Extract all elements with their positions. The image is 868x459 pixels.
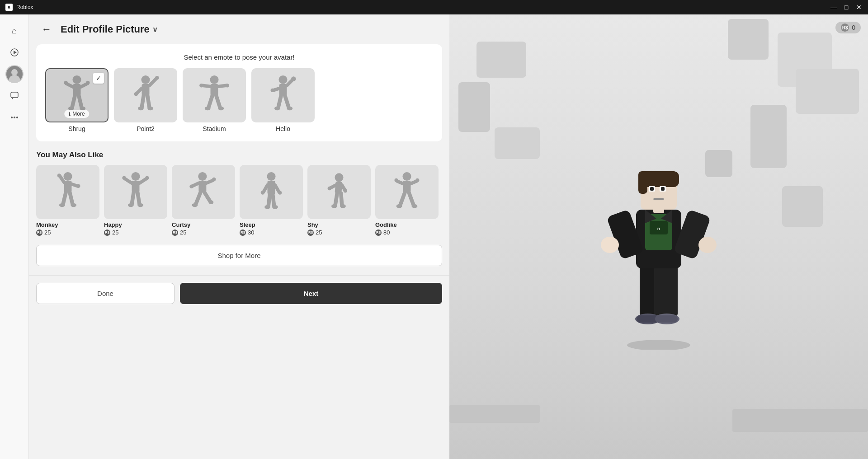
sidebar-item-chat[interactable] <box>5 87 24 105</box>
sidebar-item-play[interactable] <box>5 43 24 61</box>
svg-point-3 <box>11 69 18 75</box>
title-bar: R Roblox — □ ✕ <box>0 0 868 14</box>
svg-line-11 <box>66 84 73 87</box>
svg-line-96 <box>341 193 342 205</box>
sleep-silhouette <box>255 172 287 212</box>
svg-line-102 <box>410 181 416 183</box>
also-like-thumbnail-sleep[interactable] <box>240 165 303 219</box>
also-like-card-monkey[interactable]: Monkey R$ 25 <box>36 165 99 236</box>
svg-point-68 <box>137 203 143 207</box>
footer-buttons: Done Next <box>29 275 449 311</box>
svg-line-26 <box>147 96 149 108</box>
svg-point-107 <box>396 204 402 208</box>
emote-card-stadium[interactable]: Stadium <box>183 68 246 132</box>
done-button[interactable]: Done <box>36 283 175 304</box>
stadium-silhouette <box>198 75 230 116</box>
emote-card-point2[interactable]: Point2 <box>114 68 177 132</box>
svg-point-83 <box>261 191 264 194</box>
also-like-price-godlike: R$ 80 <box>375 229 439 236</box>
svg-line-25 <box>142 96 144 108</box>
sidebar-item-home[interactable]: ⌂ <box>5 22 24 40</box>
svg-point-57 <box>59 203 65 207</box>
svg-rect-80 <box>268 181 275 194</box>
bg-block <box>796 69 859 114</box>
emote-thumbnail-stadium[interactable] <box>183 68 246 122</box>
sidebar-item-more[interactable] <box>5 108 24 126</box>
svg-line-55 <box>63 192 66 204</box>
also-like-card-godlike[interactable]: Godlike R$ 80 <box>375 165 439 236</box>
svg-line-15 <box>72 96 75 108</box>
svg-point-59 <box>131 172 140 181</box>
svg-line-21 <box>149 79 156 85</box>
also-like-thumbnail-happy[interactable] <box>104 165 167 219</box>
back-button[interactable]: ← <box>40 22 53 37</box>
svg-line-81 <box>264 185 267 192</box>
svg-line-106 <box>409 192 414 206</box>
svg-point-109 <box>627 340 690 350</box>
title-bar-left: R Roblox <box>5 4 33 11</box>
bg-block <box>728 19 769 60</box>
svg-line-51 <box>60 177 64 183</box>
svg-line-62 <box>139 179 146 183</box>
emote-grid: ✓ ℹ More Shrug <box>45 68 433 132</box>
svg-line-82 <box>275 185 278 192</box>
also-like-thumbnail-shy[interactable] <box>307 165 371 219</box>
happy-silhouette <box>120 172 151 212</box>
svg-point-14 <box>86 81 90 84</box>
godlike-silhouette <box>391 172 423 212</box>
also-like-label-monkey: Monkey <box>36 221 99 228</box>
avatar-character: R <box>586 124 731 350</box>
app-layout: ⌂ ← <box>0 14 868 459</box>
also-like-card-shy[interactable]: Shy R$ 25 <box>307 165 371 236</box>
next-button[interactable]: Next <box>180 283 442 304</box>
sidebar-item-avatar[interactable] <box>5 65 24 83</box>
svg-rect-130 <box>650 187 654 191</box>
svg-rect-132 <box>653 198 664 200</box>
shop-for-more-button[interactable]: Shop for More <box>36 245 442 266</box>
svg-rect-127 <box>638 171 647 194</box>
maximize-button[interactable]: □ <box>843 4 850 11</box>
also-like-thumbnail-curtsy[interactable] <box>172 165 235 219</box>
also-like-card-curtsy[interactable]: Curtsy R$ 25 <box>172 165 235 236</box>
svg-point-24 <box>134 92 138 96</box>
svg-point-29 <box>210 75 218 84</box>
bg-block <box>782 186 823 227</box>
robux-icon-godlike: R$ <box>375 230 382 236</box>
emote-thumbnail-shrug[interactable]: ✓ ℹ More <box>45 68 108 122</box>
also-like-grid: Monkey R$ 25 <box>36 165 442 236</box>
minimize-button[interactable]: — <box>830 4 837 11</box>
also-like-price-curtsy: R$ 25 <box>172 229 235 236</box>
emote-label-hello: Hello <box>276 125 290 132</box>
also-like-card-sleep[interactable]: Sleep R$ 30 <box>240 165 303 236</box>
also-like-price-happy: R$ 25 <box>104 229 167 236</box>
robux-icon-sleep: R$ <box>240 230 246 236</box>
svg-line-35 <box>208 96 212 108</box>
svg-point-79 <box>267 172 275 181</box>
also-like-label-godlike: Godlike <box>375 221 439 228</box>
svg-point-84 <box>278 191 282 194</box>
svg-point-52 <box>57 173 61 177</box>
shy-silhouette <box>323 172 355 212</box>
more-badge[interactable]: ℹ More <box>64 110 89 118</box>
main-content: ← Edit Profile Picture ∨ Select an emote… <box>29 14 868 459</box>
also-like-label-shy: Shy <box>307 221 371 228</box>
svg-line-45 <box>278 96 281 108</box>
emote-card-shrug[interactable]: ✓ ℹ More Shrug <box>45 68 108 132</box>
emote-card-hello[interactable]: Hello <box>251 68 315 132</box>
also-like-thumbnail-godlike[interactable] <box>375 165 439 219</box>
svg-point-42 <box>291 76 296 81</box>
svg-point-22 <box>155 76 159 80</box>
also-like-thumbnail-monkey[interactable] <box>36 165 99 219</box>
svg-line-66 <box>137 192 139 204</box>
svg-point-64 <box>145 176 149 180</box>
svg-line-16 <box>79 96 81 108</box>
also-like-card-happy[interactable]: Happy R$ 25 <box>104 165 167 236</box>
svg-point-121 <box>601 237 619 253</box>
dropdown-arrow-icon[interactable]: ∨ <box>152 25 158 34</box>
robux-balance: 0 <box>852 24 855 31</box>
emote-thumbnail-point2[interactable] <box>114 68 177 122</box>
close-button[interactable]: ✕ <box>855 4 863 11</box>
emote-thumbnail-hello[interactable] <box>251 68 315 122</box>
svg-rect-131 <box>661 187 665 191</box>
svg-point-123 <box>698 237 717 253</box>
